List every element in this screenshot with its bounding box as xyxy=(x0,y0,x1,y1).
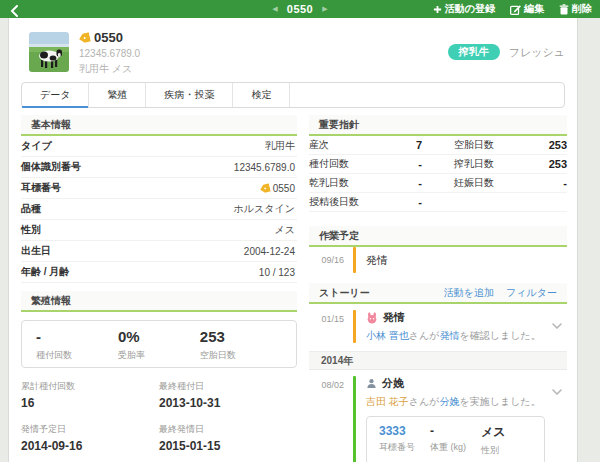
calf-tag-link[interactable]: 3333 xyxy=(379,424,430,438)
animal-pager: ◀ 0550 ▶ xyxy=(272,0,327,18)
tab-disease-medication[interactable]: 疾病・投薬 xyxy=(146,83,233,107)
stat-value: 0% xyxy=(118,329,200,346)
breeding-details: 累計種付回数 16 最終種付日 2013-10-31 発情予定日 2014-09… xyxy=(21,380,297,453)
detail-label: 発情予定日 xyxy=(21,423,159,436)
story-entry-calving: 08/02 分娩 吉田 花子さんが分娩を実施しました。 3333 耳標番号 xyxy=(309,370,567,462)
breeding-stats-box: - 種付回数 0% 受胎率 253 空胎日数 xyxy=(21,320,297,368)
animal-profile-header: 0550 12345.6789.0 乳用牛 メス 搾乳牛 フレッシュ xyxy=(21,30,565,82)
chevron-down-icon[interactable] xyxy=(552,381,562,399)
tab-inspection[interactable]: 検定 xyxy=(233,83,290,107)
edit-button[interactable]: 編集 xyxy=(510,2,544,16)
entry-text-mid: さんが xyxy=(409,330,440,341)
stat-value: - xyxy=(36,329,118,346)
breeding-info-title: 繁殖情報 xyxy=(31,294,71,308)
indicator-value: - xyxy=(418,196,422,208)
indicator-value: 253 xyxy=(549,139,567,151)
detail-value: 2014-09-16 xyxy=(21,439,159,453)
basic-info-table: タイプ 乳用牛 個体識別番号 12345.6789.0 耳標番号 0550 品種… xyxy=(21,136,297,283)
edit-icon xyxy=(510,4,521,15)
table-row: 授精後日数- xyxy=(309,193,567,212)
calf-weight: - 体重 (kg) xyxy=(430,424,481,457)
row-value: ホルスタイン xyxy=(234,202,295,216)
story-entry-estrus: 01/15 発情 小林 晋也さんが発情を確認しました。 xyxy=(309,304,567,352)
stat-label: 受胎率 xyxy=(118,349,200,362)
tab-data[interactable]: データ xyxy=(22,83,89,107)
pager-next-icon[interactable]: ▶ xyxy=(322,5,327,13)
animal-tag-number: 0550 xyxy=(94,30,123,45)
tag-icon xyxy=(259,182,271,193)
lactation-state-label: フレッシュ xyxy=(509,45,565,60)
stat-open-days: 253 空胎日数 xyxy=(200,329,282,359)
calf-value: - xyxy=(430,424,481,438)
detail-value: 2013-10-31 xyxy=(159,396,297,410)
row-label: 年齢 / 月齢 xyxy=(21,265,69,279)
entry-text-tail: を実施しました。 xyxy=(459,396,540,407)
topbar-actions: 活動の登録 編集 削除 xyxy=(433,0,592,18)
table-row: 乾乳日数- 妊娠日数- xyxy=(309,174,567,193)
calf-sex: メス 性別 xyxy=(481,424,532,457)
table-row: 種付回数- 搾乳日数253 xyxy=(309,155,567,174)
filter-link[interactable]: フィルター xyxy=(506,286,557,300)
row-value: 0550 xyxy=(260,183,295,194)
detail-tabbar: データ 繁殖 疾病・投薬 検定 xyxy=(21,82,565,108)
row-label: 耳標番号 xyxy=(21,181,61,195)
left-column: 基本情報 タイプ 乳用牛 個体識別番号 12345.6789.0 耳標番号 05… xyxy=(21,115,297,462)
delete-label: 削除 xyxy=(572,2,592,16)
animal-type-sex: 乳用牛 メス xyxy=(79,62,140,76)
detail-label: 最終種付日 xyxy=(159,380,297,393)
back-icon[interactable] xyxy=(10,3,18,21)
pager-current-animal: 0550 xyxy=(287,3,313,15)
detail-last-estrus: 最終発情日 2015-01-15 xyxy=(159,423,297,453)
detail-total-inseminations: 累計種付回数 16 xyxy=(21,380,159,410)
top-navigation-bar: ◀ 0550 ▶ 活動の登録 編集 削除 xyxy=(0,0,600,18)
entry-description: 吉田 花子さんが分娩を実施しました。 xyxy=(366,395,545,409)
key-indicators-table: 産次7 空胎日数253 種付回数- 搾乳日数253 乾乳日数- 妊娠日数- 授精… xyxy=(309,136,567,212)
add-activity-button[interactable]: 活動の登録 xyxy=(433,2,495,16)
detail-last-insemination: 最終種付日 2013-10-31 xyxy=(159,380,297,410)
detail-value: 16 xyxy=(21,396,159,410)
entry-event-name: 分娩 xyxy=(382,376,404,391)
animal-identity: 0550 12345.6789.0 乳用牛 メス xyxy=(79,30,140,76)
event-link[interactable]: 分娩 xyxy=(439,396,459,407)
pager-prev-icon[interactable]: ◀ xyxy=(272,5,277,13)
right-column: 重要指針 産次7 空胎日数253 種付回数- 搾乳日数253 乾乳日数- 妊娠日… xyxy=(309,115,567,462)
row-label: タイプ xyxy=(21,139,52,153)
table-row: 性別 メス xyxy=(21,220,297,241)
detail-label: 累計種付回数 xyxy=(21,380,159,393)
table-row: 出生日 2004-12-24 xyxy=(21,241,297,262)
calf-label: 性別 xyxy=(481,444,532,457)
add-activity-link[interactable]: 活動を追加 xyxy=(444,286,494,300)
tab-breeding[interactable]: 繁殖 xyxy=(89,83,146,107)
indicator-value: 253 xyxy=(549,158,567,170)
event-link[interactable]: 発情 xyxy=(439,330,459,341)
table-row: 産次7 空胎日数253 xyxy=(309,136,567,155)
table-row: 個体識別番号 12345.6789.0 xyxy=(21,157,297,178)
actor-link[interactable]: 小林 晋也 xyxy=(366,330,409,341)
schedule-item[interactable]: 09/16 発情 xyxy=(309,247,567,273)
stat-conception-rate: 0% 受胎率 xyxy=(118,329,200,359)
stat-label: 種付回数 xyxy=(36,349,118,362)
calf-value: メス xyxy=(481,424,532,441)
entry-date: 08/02 xyxy=(309,376,353,462)
chevron-down-icon[interactable] xyxy=(552,315,562,333)
cow-photo[interactable] xyxy=(29,32,69,72)
stat-inseminations: - 種付回数 xyxy=(36,329,118,359)
breeding-info-header: 繁殖情報 xyxy=(21,291,297,312)
indicator-label: 妊娠日数 xyxy=(454,176,494,190)
entry-text-mid: さんが xyxy=(409,396,440,407)
ear-tag-value: 0550 xyxy=(273,183,295,194)
indicator-label: 空胎日数 xyxy=(454,138,494,152)
row-value: 12345.6789.0 xyxy=(234,162,295,173)
actor-link[interactable]: 吉田 花子 xyxy=(366,396,409,407)
row-label: 個体識別番号 xyxy=(21,160,81,174)
row-label: 品種 xyxy=(21,202,41,216)
story-title: ストーリー xyxy=(319,286,370,300)
calf-label: 耳標番号 xyxy=(379,441,430,454)
schedule-date: 09/16 xyxy=(309,255,353,265)
work-schedule-title: 作業予定 xyxy=(319,229,359,243)
delete-button[interactable]: 削除 xyxy=(559,2,592,16)
indicator-label: 乾乳日数 xyxy=(309,176,349,190)
detail-value: 2015-01-15 xyxy=(159,439,297,453)
table-row: 耳標番号 0550 xyxy=(21,178,297,199)
indicator-label: 種付回数 xyxy=(309,157,349,171)
